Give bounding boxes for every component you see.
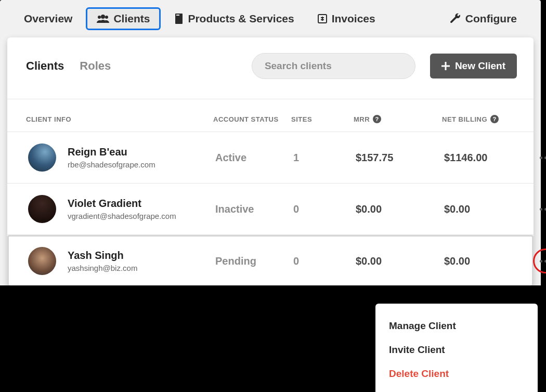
tab-invoices[interactable]: Invoices [308,7,385,30]
client-meta: Violet Gradient vgradient@shadesofgrape.… [68,198,176,220]
tab-label: Overview [24,12,72,25]
search-input[interactable] [252,53,415,79]
row-actions-menu: Manage Client Invite Client Delete Clien… [375,304,538,392]
subtab-roles[interactable]: Roles [80,59,111,73]
status-cell: Pending [215,255,293,267]
panel-header: Clients Roles New Client [7,37,534,95]
avatar [28,143,56,172]
client-info-cell: Yash Singh yashsingh@biz.com [28,247,215,275]
client-info-cell: Violet Gradient vgradient@shadesofgrape.… [28,195,215,223]
configure-label: Configure [465,12,517,25]
status-cell: Active [215,152,293,164]
new-client-button[interactable]: New Client [430,54,517,79]
mrr-cell: $0.00 [356,203,444,215]
col-net-billing-label: NET BILLING [442,115,487,123]
svg-point-0 [101,15,105,19]
info-icon[interactable]: ? [490,115,499,123]
table-row[interactable]: Reign B'eau rbe@shadesofgrape.com Active… [7,132,534,184]
top-nav: Overview Clients Products & Services Inv… [0,0,541,37]
box-icon [174,13,184,24]
sites-cell: 0 [293,203,356,215]
subtabs: Clients Roles [26,59,111,73]
svg-rect-4 [176,15,179,16]
tab-products-services[interactable]: Products & Services [165,7,303,30]
col-net-billing: NET BILLING ? [442,115,530,123]
users-icon [97,14,109,24]
invoice-icon [317,14,328,24]
col-mrr-label: MRR [354,115,370,123]
menu-item-invite-client[interactable]: Invite Client [375,338,538,362]
subtab-clients[interactable]: Clients [26,59,64,73]
plus-icon [441,62,450,70]
avatar [28,195,56,223]
col-mrr: MRR ? [354,115,442,123]
svg-point-1 [98,16,101,19]
col-client-info: CLIENT INFO [26,115,213,123]
tab-label: Invoices [332,12,375,25]
row-actions [532,249,546,273]
clients-panel: Clients Roles New Client CLIENT INFO ACC… [7,37,534,285]
configure-button[interactable]: Configure [440,7,526,30]
client-email: vgradient@shadesofgrape.com [68,212,176,220]
client-email: rbe@shadesofgrape.com [68,160,155,169]
tab-clients[interactable]: Clients [86,7,161,30]
row-actions [532,197,546,221]
svg-rect-7 [441,66,450,67]
client-meta: Yash Singh yashsingh@biz.com [68,250,137,272]
svg-point-2 [105,16,108,19]
menu-item-manage-client[interactable]: Manage Client [375,314,538,338]
avatar [28,247,56,275]
mrr-cell: $0.00 [356,255,444,267]
net-billing-cell: $1146.00 [444,152,532,164]
table-header: CLIENT INFO ACCOUNT STATUS SITES MRR ? N… [7,99,534,132]
more-button[interactable] [533,249,546,273]
client-email: yashsingh@biz.com [68,264,137,272]
client-name: Violet Gradient [68,198,176,210]
net-billing-cell: $0.00 [444,255,532,267]
tab-label: Clients [113,12,150,25]
search-wrap [125,53,415,79]
info-icon[interactable]: ? [373,115,381,123]
col-sites: SITES [291,115,354,123]
tab-overview[interactable]: Overview [15,7,82,30]
table-row[interactable]: Yash Singh yashsingh@biz.com Pending 0 $… [7,235,534,285]
app-frame: Overview Clients Products & Services Inv… [0,0,541,285]
net-billing-cell: $0.00 [444,203,532,215]
tab-label: Products & Services [188,12,294,25]
more-button[interactable] [533,145,546,170]
wrench-icon [450,13,461,24]
client-info-cell: Reign B'eau rbe@shadesofgrape.com [28,143,215,172]
menu-item-delete-client[interactable]: Delete Client [375,362,538,386]
more-button[interactable] [533,197,546,221]
mrr-cell: $157.75 [356,152,444,164]
sites-cell: 0 [293,255,356,267]
col-account-status: ACCOUNT STATUS [213,115,291,123]
client-meta: Reign B'eau rbe@shadesofgrape.com [68,146,155,169]
new-client-label: New Client [455,60,505,72]
sites-cell: 1 [293,152,356,164]
client-name: Yash Singh [68,250,137,262]
client-name: Reign B'eau [68,146,155,158]
table-row[interactable]: Violet Gradient vgradient@shadesofgrape.… [7,184,534,235]
status-cell: Inactive [215,203,293,215]
row-actions [532,145,546,170]
